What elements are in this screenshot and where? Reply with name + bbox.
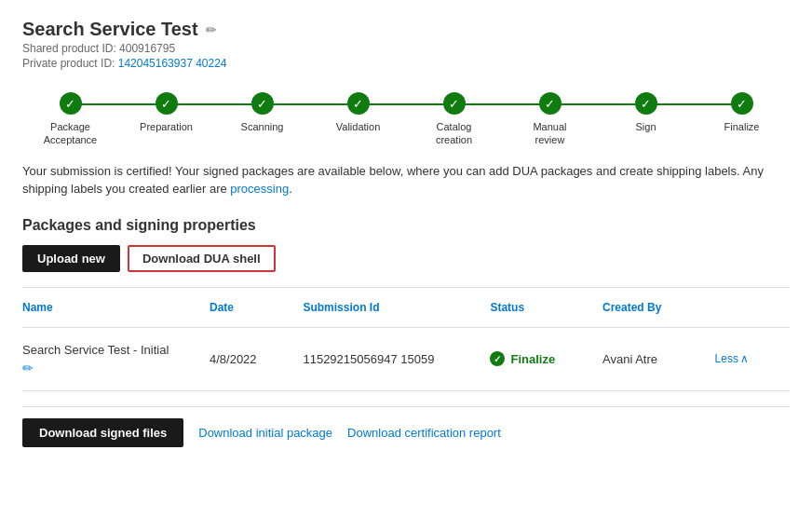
cell-created-by: Avani Atre bbox=[602, 352, 715, 366]
cell-date: 4/8/2022 bbox=[210, 352, 303, 366]
step-sign: ✓ Sign bbox=[598, 92, 694, 133]
table-divider-top bbox=[22, 287, 790, 288]
processing-link[interactable]: processing bbox=[230, 182, 289, 196]
table-divider-bottom bbox=[22, 390, 790, 391]
step-circle-1: ✓ bbox=[60, 92, 82, 115]
step-finalize: ✓ Finalize bbox=[694, 92, 790, 133]
section-title: Packages and signing properties bbox=[22, 217, 790, 234]
step-circle-5: ✓ bbox=[443, 92, 466, 115]
table-row: Search Service Test - Initial ✏ 4/8/2022… bbox=[22, 335, 790, 383]
status-check-icon: ✓ bbox=[490, 351, 505, 366]
download-signed-files-button[interactable]: Download signed files bbox=[22, 418, 183, 447]
step-label-3: Scanning bbox=[241, 120, 284, 133]
step-label-6: Manual review bbox=[518, 120, 583, 147]
step-label-7: Sign bbox=[635, 120, 656, 133]
col-date: Date bbox=[210, 301, 303, 314]
step-manual-review: ✓ Manual review bbox=[502, 92, 598, 147]
download-initial-package-link[interactable]: Download initial package bbox=[198, 426, 332, 440]
step-label-2: Preparation bbox=[140, 120, 193, 133]
col-status: Status bbox=[490, 301, 602, 314]
table-header: Name Date Submission Id Status Created B… bbox=[22, 295, 790, 320]
step-label-5: Catalog creation bbox=[422, 120, 487, 147]
col-action bbox=[715, 301, 790, 314]
progress-stepper: ✓ Package Acceptance ✓ Preparation ✓ Sca… bbox=[22, 92, 790, 147]
step-package-acceptance: ✓ Package Acceptance bbox=[22, 92, 118, 147]
download-dua-button[interactable]: Download DUA shell bbox=[128, 245, 276, 272]
upload-new-button[interactable]: Upload new bbox=[22, 245, 120, 272]
step-label-1: Package Acceptance bbox=[38, 120, 103, 147]
page-title: Search Service Test bbox=[22, 19, 198, 40]
toolbar: Upload new Download DUA shell bbox=[22, 245, 790, 272]
cell-status: ✓ Finalize bbox=[490, 351, 602, 366]
certification-message: Your submission is certified! Your signe… bbox=[22, 162, 790, 198]
edit-title-icon[interactable]: ✏ bbox=[206, 22, 217, 37]
bottom-action-bar: Download signed files Download initial p… bbox=[22, 406, 790, 447]
step-label-8: Finalize bbox=[724, 120, 760, 133]
cell-less[interactable]: Less ∧ bbox=[715, 352, 790, 365]
step-circle-3: ✓ bbox=[251, 92, 274, 115]
private-product-id: Private product ID: 142045163937 40224 bbox=[22, 57, 790, 70]
step-circle-6: ✓ bbox=[539, 92, 562, 115]
step-circle-8: ✓ bbox=[731, 92, 753, 115]
step-circle-4: ✓ bbox=[347, 92, 370, 115]
col-submission-id: Submission Id bbox=[303, 301, 490, 314]
shared-product-id: Shared product ID: 400916795 bbox=[22, 42, 790, 55]
step-circle-2: ✓ bbox=[156, 92, 178, 115]
step-catalog-creation: ✓ Catalog creation bbox=[406, 92, 502, 147]
download-certification-report-link[interactable]: Download certification report bbox=[347, 426, 501, 440]
step-scanning: ✓ Scanning bbox=[214, 92, 310, 133]
step-preparation: ✓ Preparation bbox=[118, 92, 214, 133]
cell-name: Search Service Test - Initial ✏ bbox=[22, 343, 210, 375]
cell-submission-id: 11529215056947 15059 bbox=[303, 352, 490, 366]
step-validation: ✓ Validation bbox=[310, 92, 406, 133]
col-created-by: Created By bbox=[602, 301, 715, 314]
col-name: Name bbox=[22, 301, 210, 314]
row-edit-icon[interactable]: ✏ bbox=[22, 361, 210, 375]
chevron-up-icon: ∧ bbox=[740, 352, 749, 365]
page-title-row: Search Service Test ✏ bbox=[22, 19, 790, 40]
step-circle-7: ✓ bbox=[635, 92, 657, 115]
step-label-4: Validation bbox=[336, 120, 381, 133]
table-divider-header bbox=[22, 327, 790, 328]
